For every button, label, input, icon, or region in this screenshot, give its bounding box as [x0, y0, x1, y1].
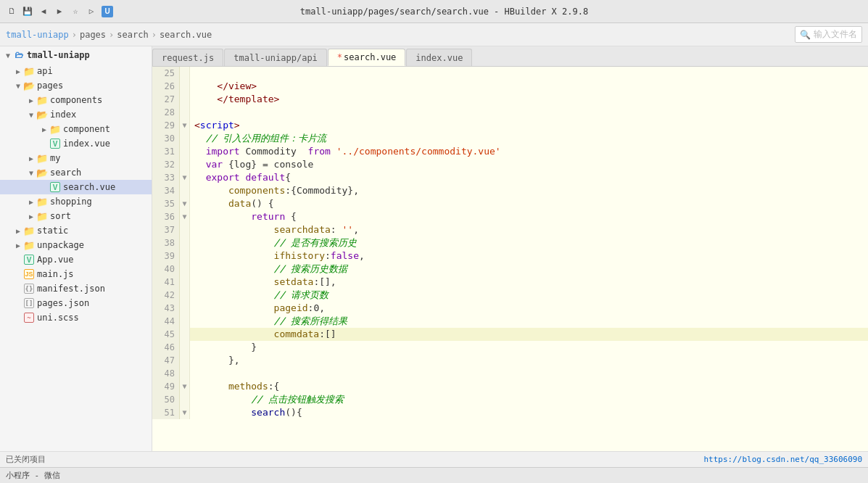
components-arrow: ▶: [26, 96, 36, 104]
breadcrumb-item-3[interactable]: search: [117, 30, 148, 40]
sidebar-item-static[interactable]: ▶ 📁 static: [0, 223, 152, 238]
new-file-icon[interactable]: 🗋: [6, 6, 17, 17]
code-line-38: 38 // 是否有搜索历史: [152, 236, 868, 249]
line-fold-33[interactable]: ▼: [180, 171, 190, 184]
shopping-folder-icon: 📁: [36, 196, 48, 207]
search-folder-icon: 📂: [36, 167, 48, 178]
sidebar-item-uni-scss[interactable]: ▶ ~ uni.scss: [0, 310, 152, 325]
line-num-48: 48: [152, 367, 180, 380]
line-code-41: setdata:[],: [190, 276, 868, 289]
code-line-41: 41 setdata:[],: [152, 276, 868, 289]
tab-index-vue[interactable]: index.vue: [406, 49, 472, 66]
pages-json-icon: []: [23, 297, 35, 309]
static-arrow: ▶: [13, 227, 23, 235]
sidebar-item-shopping[interactable]: ▶ 📁 shopping: [0, 194, 152, 209]
line-code-36: return {: [190, 210, 868, 223]
sidebar-label-search: search: [50, 168, 81, 178]
line-fold-32: [180, 158, 190, 171]
back-icon[interactable]: ◀: [38, 6, 49, 17]
line-num-39: 39: [152, 249, 180, 263]
line-code-45: commdata:[]: [190, 328, 868, 341]
bookmark-icon[interactable]: ☆: [70, 6, 81, 17]
line-fold-28: [180, 106, 190, 119]
line-num-27: 27: [152, 93, 180, 106]
code-line-31: 31 import Commodity from '../components/…: [152, 145, 868, 158]
line-code-38: // 是否有搜索历史: [190, 236, 868, 249]
pages-arrow: ▼: [13, 82, 23, 90]
sidebar-item-unpackage[interactable]: ▶ 📁 unpackage: [0, 238, 152, 252]
sidebar-item-components[interactable]: ▶ 📁 components: [0, 93, 152, 107]
tab-request-js[interactable]: request.js: [152, 49, 223, 66]
breadcrumb-sep-2: ›: [109, 30, 114, 40]
code-line-43: 43 pageid:0,: [152, 302, 868, 315]
line-fold-51[interactable]: ▼: [180, 406, 190, 419]
sidebar-item-app-vue[interactable]: ▶ V App.vue: [0, 252, 152, 267]
line-code-40: // 搜索历史数据: [190, 263, 868, 276]
sidebar-label-pages-json: pages.json: [37, 298, 89, 308]
sidebar-root[interactable]: ▼ 🗁 tmall-uniapp: [0, 46, 152, 64]
search-vue-icon: V: [49, 181, 61, 193]
code-line-36: 36 ▼ return {: [152, 210, 868, 223]
code-line-47: 47 },: [152, 354, 868, 367]
line-code-39: ifhistory:false,: [190, 249, 868, 263]
line-num-51: 51: [152, 406, 180, 419]
tab-search-vue[interactable]: * search.vue: [328, 49, 405, 66]
line-num-45: 45: [152, 328, 180, 341]
sidebar-item-index[interactable]: ▼ 📂 index: [0, 107, 152, 122]
line-num-37: 37: [152, 223, 180, 236]
breadcrumb: tmall-uniapp › pages › search › search.v…: [6, 30, 792, 40]
unpackage-folder-icon: 📁: [23, 239, 35, 251]
tab-request-js-label: request.js: [162, 53, 214, 63]
sidebar-item-sort[interactable]: ▶ 📁 sort: [0, 209, 152, 223]
run-icon[interactable]: ▷: [86, 6, 97, 17]
sidebar-item-pages-json[interactable]: ▶ [] pages.json: [0, 296, 152, 310]
line-code-27: </template>: [190, 93, 868, 106]
code-line-30: 30 // 引入公用的组件：卡片流: [152, 132, 868, 145]
sidebar-item-component[interactable]: ▶ 📁 component: [0, 122, 152, 136]
breadcrumb-item-1[interactable]: tmall-uniapp: [6, 30, 69, 40]
sidebar-item-manifest-json[interactable]: ▶ {} manifest.json: [0, 281, 152, 296]
code-line-49: 49 ▼ methods:{: [152, 380, 868, 393]
sidebar-label-pages: pages: [37, 80, 63, 91]
tab-search-vue-label: search.vue: [344, 52, 396, 62]
sidebar-label-uni-scss: uni.scss: [37, 313, 79, 323]
line-fold-43: [180, 302, 190, 315]
sidebar-item-pages[interactable]: ▼ 📂 pages: [0, 78, 152, 93]
shopping-arrow: ▶: [26, 198, 36, 206]
sidebar-item-api[interactable]: ▶ 📁 api: [0, 64, 152, 78]
file-search-placeholder: 输入文件名: [814, 28, 857, 41]
tab-tmall-api[interactable]: tmall-uniapp/api: [224, 49, 327, 66]
line-fold-39: [180, 249, 190, 263]
line-code-42: // 请求页数: [190, 289, 868, 302]
sidebar-item-index-vue[interactable]: ▶ V index.vue: [0, 136, 152, 151]
root-icon: 🗁: [13, 49, 25, 61]
line-fold-35[interactable]: ▼: [180, 197, 190, 210]
tabs-bar: request.js tmall-uniapp/api * search.vue…: [152, 46, 868, 67]
line-num-25: 25: [152, 67, 180, 80]
line-code-34: components:{Commodity},: [190, 184, 868, 197]
line-num-44: 44: [152, 315, 180, 328]
line-num-47: 47: [152, 354, 180, 367]
sidebar-item-search-vue[interactable]: ▶ V search.vue: [0, 180, 152, 194]
file-search-input[interactable]: 🔍 输入文件名: [795, 26, 862, 43]
forward-icon[interactable]: ▶: [54, 6, 65, 17]
right-panel: request.js tmall-uniapp/api * search.vue…: [152, 46, 868, 451]
sidebar-item-search[interactable]: ▼ 📂 search: [0, 165, 152, 180]
line-code-44: // 搜索所得结果: [190, 315, 868, 328]
line-fold-45: [180, 328, 190, 341]
breadcrumb-item-2[interactable]: pages: [80, 30, 106, 40]
tab-modified-dot: *: [337, 52, 342, 62]
line-fold-38: [180, 236, 190, 249]
line-fold-30: [180, 132, 190, 145]
sidebar-item-my[interactable]: ▶ 📁 my: [0, 151, 152, 165]
editor-area[interactable]: 25 26 </view> 27 </template> 28: [152, 67, 868, 451]
toolbar: tmall-uniapp › pages › search › search.v…: [0, 23, 868, 46]
line-fold-29[interactable]: ▼: [180, 119, 190, 132]
line-fold-36[interactable]: ▼: [180, 210, 190, 223]
save-icon[interactable]: 💾: [22, 6, 33, 17]
sidebar-label-unpackage: unpackage: [37, 240, 84, 250]
breadcrumb-item-4[interactable]: search.vue: [160, 30, 212, 40]
code-line-37: 37 searchdata: '',: [152, 223, 868, 236]
line-fold-49[interactable]: ▼: [180, 380, 190, 393]
sidebar-item-main-js[interactable]: ▶ JS main.js: [0, 267, 152, 281]
